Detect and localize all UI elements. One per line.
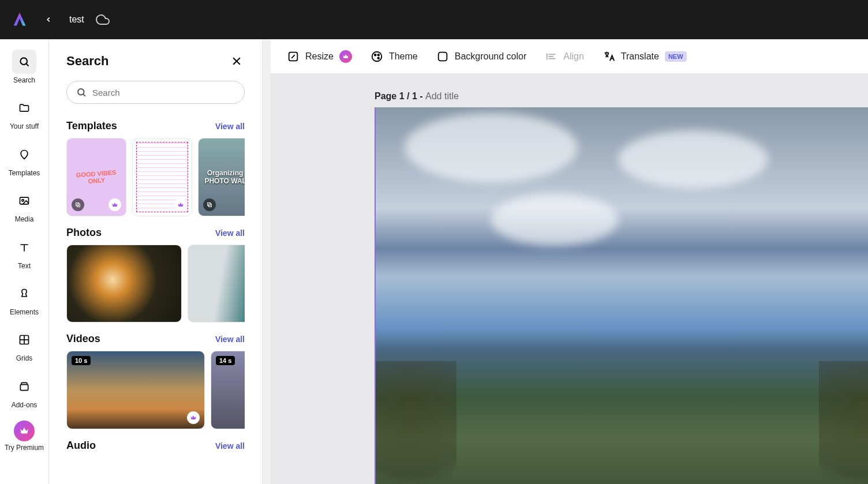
svg-line-1 xyxy=(27,64,29,66)
rail-grids[interactable]: Grids xyxy=(4,323,44,367)
svg-point-19 xyxy=(377,54,379,55)
panel-title: Search xyxy=(66,54,108,69)
svg-line-11 xyxy=(83,94,85,96)
search-input[interactable] xyxy=(92,88,235,97)
media-icon xyxy=(18,195,30,207)
view-all-videos[interactable]: View all xyxy=(215,335,245,344)
video-thumb[interactable]: 14 s xyxy=(211,351,245,429)
add-title-placeholder[interactable]: Add title xyxy=(425,91,459,101)
template-thumb[interactable]: Organizing aPHOTO WALK xyxy=(198,138,245,216)
section-title: Templates xyxy=(66,120,117,132)
section-audio: Audio View all xyxy=(49,434,262,462)
rail-your-stuff[interactable]: Your stuff xyxy=(4,91,44,135)
cloud-sync-icon[interactable] xyxy=(96,13,110,27)
layers-icon xyxy=(203,198,216,211)
template-thumb[interactable]: GOOD VIBES ONLY xyxy=(66,138,126,216)
bgcolor-icon xyxy=(436,50,449,63)
rail-label: Your stuff xyxy=(10,122,39,130)
rail-elements[interactable]: Elements xyxy=(4,277,44,321)
rail-media[interactable]: Media xyxy=(4,184,44,228)
resize-button[interactable]: Resize xyxy=(287,50,352,63)
rail-search[interactable]: Search xyxy=(4,45,44,89)
tool-label: Theme xyxy=(389,51,418,62)
top-bar: test xyxy=(0,0,868,39)
elements-icon xyxy=(18,288,30,299)
video-thumb[interactable]: 10 s xyxy=(66,351,205,429)
search-panel: Search Templates View all GOOD VIBES ONL… xyxy=(49,39,263,484)
tool-label: Align xyxy=(563,51,584,62)
section-templates: Templates View all GOOD VIBES ONLY Organ… xyxy=(49,114,262,221)
section-title: Videos xyxy=(66,333,100,345)
template-text: GOOD VIBES ONLY xyxy=(66,168,126,186)
section-title: Audio xyxy=(66,440,96,452)
tool-label: Resize xyxy=(305,51,334,62)
rail-templates[interactable]: Templates xyxy=(4,138,44,182)
rail-text[interactable]: Text xyxy=(4,231,44,275)
left-rail: Search Your stuff Templates Media Text E… xyxy=(0,39,49,484)
rail-label: Elements xyxy=(10,308,39,316)
canvas-page[interactable] xyxy=(375,107,868,484)
rail-label: Search xyxy=(13,76,35,84)
view-all-templates[interactable]: View all xyxy=(215,122,245,131)
svg-point-3 xyxy=(22,200,24,201)
canvas-wrap: Resize Theme Background color Align Tran… xyxy=(271,39,868,484)
search-icon xyxy=(76,87,87,97)
panel-scrollbar[interactable] xyxy=(263,39,271,484)
templates-icon xyxy=(18,149,30,160)
view-all-photos[interactable]: View all xyxy=(215,228,245,238)
premium-badge xyxy=(174,198,187,211)
rail-label: Grids xyxy=(16,354,33,362)
section-videos: Videos View all 10 s 14 s xyxy=(49,327,262,434)
page-number: Page 1 / 1 - xyxy=(375,91,425,101)
folder-icon xyxy=(18,102,30,114)
crown-icon xyxy=(14,421,35,441)
new-badge: NEW xyxy=(665,51,687,62)
duration-badge: 10 s xyxy=(72,356,91,365)
close-icon xyxy=(231,55,242,67)
svg-point-20 xyxy=(377,57,379,59)
page-label[interactable]: Page 1 / 1 - Add title xyxy=(375,91,868,102)
photo-thumb[interactable] xyxy=(66,245,182,322)
document-title[interactable]: test xyxy=(69,14,84,25)
back-button[interactable] xyxy=(39,10,58,29)
close-panel-button[interactable] xyxy=(229,53,245,69)
crown-icon xyxy=(339,50,352,63)
rail-label: Media xyxy=(15,215,34,223)
translate-button[interactable]: Translate NEW xyxy=(603,50,687,63)
rail-label: Text xyxy=(18,262,31,270)
tool-label: Background color xyxy=(455,51,527,62)
template-text: Organizing a xyxy=(207,169,245,177)
rail-try-premium[interactable]: Try Premium xyxy=(4,416,44,456)
photo-thumb[interactable] xyxy=(188,245,245,322)
align-icon xyxy=(545,50,558,63)
main-area: Search Your stuff Templates Media Text E… xyxy=(0,39,868,484)
svg-rect-21 xyxy=(438,52,447,61)
grids-icon xyxy=(18,334,30,346)
theme-button[interactable]: Theme xyxy=(371,50,418,63)
canvas-area: Page 1 / 1 - Add title xyxy=(271,74,868,484)
app-logo[interactable] xyxy=(12,12,28,28)
rail-label: Add-ons xyxy=(12,401,38,409)
svg-point-10 xyxy=(78,89,84,95)
resize-icon xyxy=(287,50,300,63)
section-photos: Photos View all xyxy=(49,221,262,327)
tool-label: Translate xyxy=(621,51,659,62)
search-box[interactable] xyxy=(66,81,245,104)
translate-icon xyxy=(603,50,615,63)
align-button[interactable]: Align xyxy=(545,50,584,63)
rail-label: Try Premium xyxy=(5,444,44,452)
addons-icon xyxy=(18,381,30,392)
layers-icon xyxy=(72,198,84,211)
svg-point-17 xyxy=(372,51,382,61)
bgcolor-button[interactable]: Background color xyxy=(436,50,527,63)
view-all-audio[interactable]: View all xyxy=(215,441,245,451)
rail-addons[interactable]: Add-ons xyxy=(4,370,44,414)
text-icon xyxy=(18,242,30,253)
svg-rect-7 xyxy=(20,384,28,390)
template-thumb[interactable] xyxy=(132,138,192,216)
premium-badge xyxy=(187,411,200,424)
premium-badge xyxy=(108,198,121,211)
svg-point-0 xyxy=(20,58,27,65)
canvas-toolbar: Resize Theme Background color Align Tran… xyxy=(271,39,868,74)
rail-label: Templates xyxy=(9,169,40,177)
